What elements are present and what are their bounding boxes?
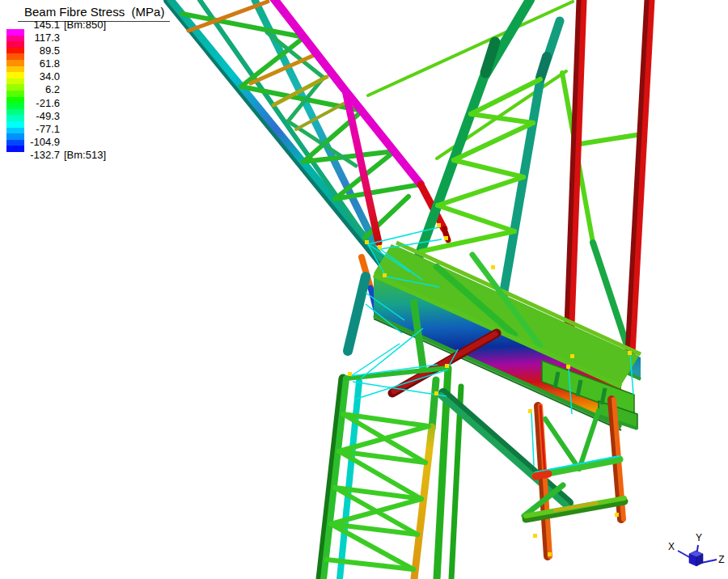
legend-band: [6, 72, 24, 78]
legend-band: [6, 91, 24, 97]
axis-cube: [689, 551, 703, 566]
legend-band: [6, 140, 24, 146]
legend-band: [6, 115, 24, 121]
right-boom-lacing: [421, 73, 641, 251]
legend-band: [6, 128, 24, 134]
axis-triad: X Y Z: [663, 518, 728, 579]
legend-entry: 117.3: [24, 32, 106, 44]
legend-band: [6, 29, 24, 36]
hanging-frame: [524, 399, 624, 556]
legend-band: [6, 60, 24, 66]
legend-band: [6, 97, 24, 104]
legend-band: [6, 53, 24, 60]
legend-band: [6, 103, 24, 109]
beam-stress-model[interactable]: [0, 0, 728, 579]
legend-entry: -21.6: [24, 97, 106, 110]
support-tower: [320, 368, 461, 579]
legend-entry: 6.2: [24, 83, 106, 96]
stress-legend: Beam Fibre Stress (MPa) 145.1[Bm:850]117…: [6, 5, 176, 22]
legend-band: [6, 109, 24, 116]
legend-band: [6, 133, 24, 140]
hanger-rods: [567, 0, 652, 369]
legend-entry: 34.0: [24, 70, 106, 83]
legend-band: [6, 146, 24, 152]
legend-band: [6, 36, 24, 42]
legend-entry: 145.1[Bm:850]: [24, 19, 106, 32]
legend-entry: -104.9: [24, 136, 106, 149]
legend-band: [6, 78, 24, 85]
legend-band: [6, 84, 24, 91]
legend-color-bar: [6, 29, 24, 152]
legend-band: [6, 121, 24, 128]
legend-entry: -77.1: [24, 123, 106, 136]
model-viewport[interactable]: Beam Fibre Stress (MPa) 145.1[Bm:850]117…: [0, 0, 728, 579]
axis-y-label: Y: [696, 532, 702, 543]
legend-band: [6, 48, 24, 54]
legend-band: [6, 66, 24, 73]
legend-entry: -132.7[Bm:513]: [24, 149, 106, 162]
legend-band: [6, 41, 24, 48]
axis-x-label: X: [668, 541, 675, 552]
legend-entry: 89.5: [24, 44, 106, 57]
legend-values: 145.1[Bm:850]117.389.561.834.06.2-21.6-4…: [24, 19, 106, 162]
legend-entry: 61.8: [24, 57, 106, 70]
axis-z-label: Z: [718, 554, 724, 565]
legend-entry: -49.3: [24, 110, 106, 123]
